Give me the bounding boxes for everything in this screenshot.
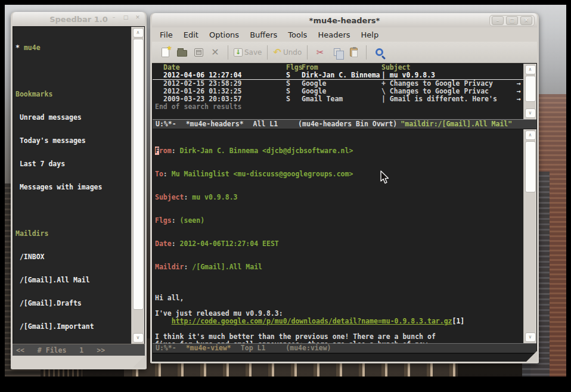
modeline-major-mode[interactable]: (mu4e:view) (286, 344, 331, 352)
speedbar-window-controls: – □ ✕ (109, 14, 142, 23)
headers-scrollbar[interactable]: ∧ ∨ (523, 64, 536, 119)
speedbar-content: * mu4e Bookmarks Unread messages Today's… (13, 27, 131, 344)
echo-area[interactable] (153, 353, 536, 362)
resize-grip[interactable] (133, 356, 145, 368)
minimize-icon[interactable]: – (492, 16, 504, 25)
main-titlebar[interactable]: *mu4e-headers* – □ ✕ (152, 13, 537, 27)
open-file-button[interactable] (173, 44, 190, 61)
new-file-icon: ★ (162, 48, 169, 57)
speedbar-item-inbox[interactable]: /INBOX (15, 253, 131, 261)
menu-item-options[interactable]: Options (204, 29, 244, 41)
close-icon[interactable]: ✕ (133, 14, 142, 23)
search-icon (376, 48, 383, 56)
menu-item-tools[interactable]: Tools (283, 29, 312, 41)
cut-icon: ✂ (316, 47, 324, 58)
footnote-ref: [1] (452, 317, 465, 325)
field-flags: Flgs: (seen) (155, 217, 523, 225)
menu-item-buffers[interactable]: Buffers (244, 29, 283, 41)
scrollbar-thumb[interactable] (525, 141, 536, 192)
speedbar-item-important[interactable]: /[Gmail].Important (15, 323, 131, 331)
file-cabinet-icon (194, 48, 203, 57)
view-scrollbar[interactable]: ∧ ∨ (523, 129, 536, 343)
kill-buffer-button[interactable]: ✕ (207, 44, 224, 61)
paste-icon (350, 48, 358, 57)
speedbar-item-unread-messages[interactable]: Unread messages (15, 114, 131, 122)
scroll-down-icon[interactable]: ∨ (525, 332, 536, 342)
undo-icon: ↶ (273, 46, 281, 58)
maximize-icon[interactable]: □ (506, 16, 518, 25)
view-modeline: U:%*- *mu4e-view* Top L1 (mu4e:view) (153, 343, 536, 353)
undo-button[interactable]: ↶ Undo (272, 44, 303, 61)
main-window-controls: – □ ✕ (489, 15, 535, 26)
speedbar-item-all-mail[interactable]: /[Gmail].All Mail (15, 276, 131, 284)
search-button[interactable] (371, 44, 387, 61)
toolbar-separator (307, 45, 308, 60)
scroll-up-icon[interactable]: ∧ (133, 28, 144, 38)
headers-table: Date Flgs From Subject 2012-04-06 12:27:… (153, 64, 523, 119)
speedbar-scroll-left[interactable]: << (16, 346, 24, 354)
speedbar-statusbar: << # Files 1 >> (13, 344, 145, 356)
menubar: File Edit Options Buffers Tools Headers … (152, 27, 537, 42)
scrollbar-thumb[interactable] (133, 39, 144, 310)
close-buffer-icon: ✕ (211, 46, 219, 58)
maximize-icon[interactable]: □ (121, 14, 131, 23)
minimize-icon[interactable]: – (109, 14, 119, 23)
emacs-frame: Date Flgs From Subject 2012-04-06 12:27:… (152, 63, 537, 362)
modeline-major-mode[interactable]: (mu4e-headers Bin Ovwrt) (298, 120, 397, 128)
speedbar-titlebar[interactable]: Speedbar 1.0 – □ ✕ (13, 12, 145, 26)
menu-item-edit[interactable]: Edit (178, 29, 204, 41)
field-to: To: Mu Mailinglist <mu-discuss@googlegro… (155, 170, 523, 178)
speedbar-item-messages-with-images[interactable]: Messages with images (15, 183, 131, 191)
close-icon[interactable]: ✕ (520, 16, 532, 25)
speedbar-scrollbar[interactable]: ∧ ∨ (131, 27, 144, 344)
scrollbar-thumb[interactable] (525, 76, 536, 102)
speedbar-scroll-right[interactable]: >> (97, 346, 105, 354)
scroll-up-icon[interactable]: ∧ (525, 130, 536, 140)
speedbar-item-last-7-days[interactable]: Last 7 days (15, 160, 131, 168)
paste-button[interactable] (345, 44, 362, 61)
end-of-search-results: End of search results (153, 103, 523, 111)
truncation-arrow-icon: → (517, 95, 521, 103)
modeline-buffer-name[interactable]: *mu4e-headers* (186, 120, 244, 128)
modeline-status: U:%*- (156, 120, 176, 128)
mu4e-view-pane: From: Dirk-Jan C. Binnema <djcb@djcbsoft… (153, 129, 536, 343)
modeline-position: Top L1 (241, 344, 266, 352)
speedbar-root-mu4e[interactable]: mu4e (24, 43, 41, 52)
download-link[interactable]: http://code.google.com/p/mu0/downloads/d… (172, 317, 452, 325)
save-button[interactable]: ↓ Save (232, 44, 263, 61)
new-file-button[interactable]: ★ (157, 44, 173, 61)
field-subject: Subject: mu v0.9.8.3 (155, 194, 523, 201)
menu-item-help[interactable]: Help (356, 29, 384, 41)
star-icon: ★ (167, 45, 172, 51)
menu-item-file[interactable]: File (154, 29, 178, 41)
speedbar-item-todays-messages[interactable]: Today's messages (15, 137, 131, 145)
fringe-marker: * (15, 43, 20, 52)
scroll-up-icon[interactable]: ∧ (525, 65, 536, 74)
dired-button[interactable] (190, 44, 207, 61)
open-folder-icon (177, 50, 187, 57)
modeline-search-query: "maildir:/[Gmail].All Mail" (401, 120, 512, 128)
cut-button[interactable]: ✂ (312, 44, 328, 61)
resize-grip[interactable] (526, 351, 537, 362)
headers-modeline: U:%*- *mu4e-headers* All L1 (mu4e-header… (153, 119, 536, 129)
mu4e-headers-pane: Date Flgs From Subject 2012-04-06 12:27:… (153, 64, 536, 119)
speedbar-files-label: # Files (38, 346, 66, 354)
mouse-cursor (379, 170, 391, 185)
menu-item-headers[interactable]: Headers (312, 29, 355, 41)
speedbar-files-count: 1 (79, 346, 83, 354)
message-body: Hi all, I've just released mu v0.9.8.3: … (155, 287, 523, 343)
speedbar-section-maildirs: Maildirs (15, 230, 131, 238)
modeline-position: All L1 (253, 120, 278, 128)
text-cursor: F (155, 147, 159, 155)
copy-button[interactable] (328, 44, 345, 61)
field-maildir: Maildir: /[Gmail].All Mail (155, 263, 523, 271)
scroll-down-icon[interactable]: ∨ (133, 333, 144, 343)
undo-button-label: Undo (283, 48, 302, 57)
header-row-selected[interactable]: 2012-04-06 12:27:04 S Dirk-Jan C. Binnem… (153, 71, 523, 80)
modeline-buffer-name[interactable]: *mu4e-view* (186, 344, 231, 352)
speedbar-item-drafts[interactable]: /[Gmail].Drafts (15, 300, 131, 307)
modeline-status: U:%*- (156, 344, 176, 352)
toolbar: ★ ✕ ↓ Save ↶ Undo ✂ (152, 42, 537, 63)
scroll-down-icon[interactable]: ∨ (525, 108, 536, 118)
toolbar-separator (267, 45, 268, 60)
